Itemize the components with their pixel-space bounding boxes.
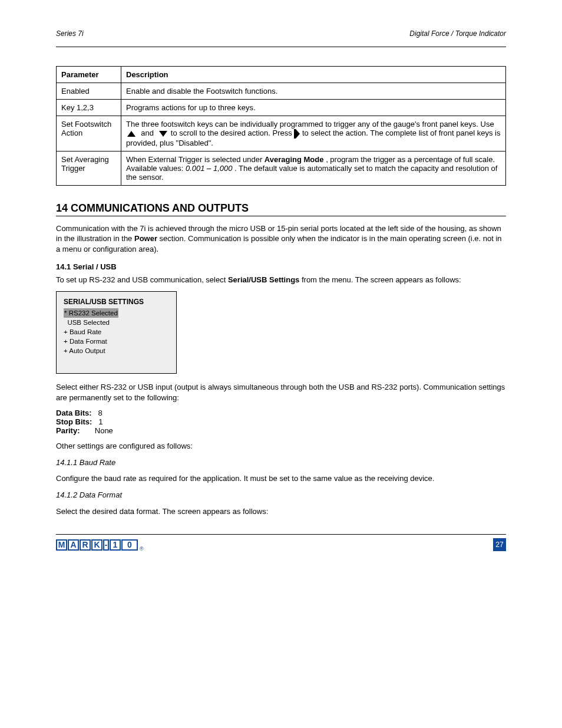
body-paragraph: To set up RS-232 and USB communication, … xyxy=(56,275,506,285)
header-right: Digital Force / Torque Indicator xyxy=(409,29,506,38)
list-item: Data Bits: 8 xyxy=(56,409,506,417)
settings-list: Data Bits: 8 Stop Bits: 1 Parity: None xyxy=(56,409,506,435)
logo-letter: R xyxy=(80,539,91,551)
bullet-label: Stop Bits: xyxy=(56,417,92,426)
bullet-label: Parity: xyxy=(56,426,80,435)
logo-dash: - xyxy=(103,539,109,551)
section-rule xyxy=(56,216,506,216)
menu-title: SERIAL/USB SETTINGS xyxy=(64,298,169,306)
subsub-heading: 14.1.1 Baud Rate xyxy=(56,457,506,468)
desc-text: to scroll to the desired action. Press xyxy=(171,129,295,137)
logo-digit: 1 xyxy=(110,539,121,551)
bullet-value: 8 xyxy=(98,409,103,417)
menu-screenshot: SERIAL/USB SETTINGS * RS232 Selected USB… xyxy=(56,291,177,374)
desc-cell: The three footswitch keys can be individ… xyxy=(121,116,506,151)
page-number: 27 xyxy=(493,538,506,551)
logo-letter: M xyxy=(56,539,67,551)
p-text: from the menu. The screen appears as fol… xyxy=(302,275,461,284)
menu-item-label: RS232 Selected xyxy=(69,309,118,317)
p-bold: Power xyxy=(134,234,157,243)
subsub-heading: 14.1.2 Data Format xyxy=(56,490,506,500)
param-cell: Enabled xyxy=(57,83,121,100)
menu-item: + Baud Rate xyxy=(64,327,169,337)
right-arrow-icon xyxy=(294,129,300,139)
subsection-heading: 14.1 Serial / USB xyxy=(56,262,506,271)
registered-mark: ® xyxy=(140,546,144,552)
param-cell: Set Averaging Trigger xyxy=(57,151,121,185)
desc-cell: Programs actions for up to three keys. xyxy=(121,100,506,116)
menu-item-selected: * RS232 Selected xyxy=(64,308,118,318)
list-item: Stop Bits: 1 xyxy=(56,417,506,426)
table-row: Enabled Enable and disable the Footswitc… xyxy=(57,83,506,100)
list-item: Parity: None xyxy=(56,426,506,435)
section-title-text: COMMUNICATIONS AND OUTPUTS xyxy=(71,202,249,214)
body-paragraph: Select either RS-232 or USB input (outpu… xyxy=(56,382,506,403)
desc-text: The three footswitch keys can be individ… xyxy=(126,120,494,129)
menu-item: + Data Format xyxy=(64,337,169,346)
footer-rule xyxy=(56,534,506,535)
menu-item: USB Selected xyxy=(64,318,169,327)
header-left: Series 7i xyxy=(56,29,84,38)
p-text: To set up RS-232 and USB communication, … xyxy=(56,275,228,284)
header-rule xyxy=(56,47,506,47)
section-heading: 14 COMMUNICATIONS AND OUTPUTS xyxy=(56,202,506,215)
body-paragraph: Other settings are configured as follows… xyxy=(56,441,506,452)
table-row: Key 1,2,3 Programs actions for up to thr… xyxy=(57,100,506,116)
body-paragraph: Communication with the 7i is achieved th… xyxy=(56,223,506,255)
up-arrow-icon xyxy=(127,131,135,137)
down-arrow-icon xyxy=(159,131,167,137)
bullet-label: Data Bits: xyxy=(56,409,92,417)
logo-digit: 0 xyxy=(121,539,138,551)
th-description: Description xyxy=(121,67,506,83)
section-number: 14 xyxy=(56,202,68,214)
desc-bold: Averaging Mode xyxy=(265,155,324,164)
desc-cell: When External Trigger is selected under … xyxy=(121,151,506,185)
body-paragraph: Select the desired data format. The scre… xyxy=(56,506,506,517)
mark10-logo: M A R K - 1 0 ® xyxy=(56,539,144,551)
param-cell: Set Footswitch Action xyxy=(57,116,121,151)
menu-item: + Auto Output xyxy=(64,346,169,355)
desc-text: When External Trigger is selected under xyxy=(126,155,265,164)
footer-row: M A R K - 1 0 ® 27 xyxy=(56,538,506,551)
bullet-value: 1 xyxy=(98,417,103,426)
desc-cell: Enable and disable the Footswitch functi… xyxy=(121,83,506,100)
bullet-value: None xyxy=(95,426,113,435)
param-cell: Key 1,2,3 xyxy=(57,100,121,116)
logo-letter: A xyxy=(68,539,79,551)
logo-letter: K xyxy=(91,539,103,551)
body-paragraph: Configure the baud rate as required for … xyxy=(56,473,506,484)
menu-item-label: USB Selected xyxy=(67,319,110,326)
parameters-table: Parameter Description Enabled Enable and… xyxy=(56,66,506,186)
p-bold: Serial/USB Settings xyxy=(228,275,299,284)
th-parameter: Parameter xyxy=(57,67,121,83)
desc-italic: 0.001 – 1,000 xyxy=(186,164,233,173)
table-row: Set Footswitch Action The three footswit… xyxy=(57,116,506,151)
table-row: Set Averaging Trigger When External Trig… xyxy=(57,151,506,185)
